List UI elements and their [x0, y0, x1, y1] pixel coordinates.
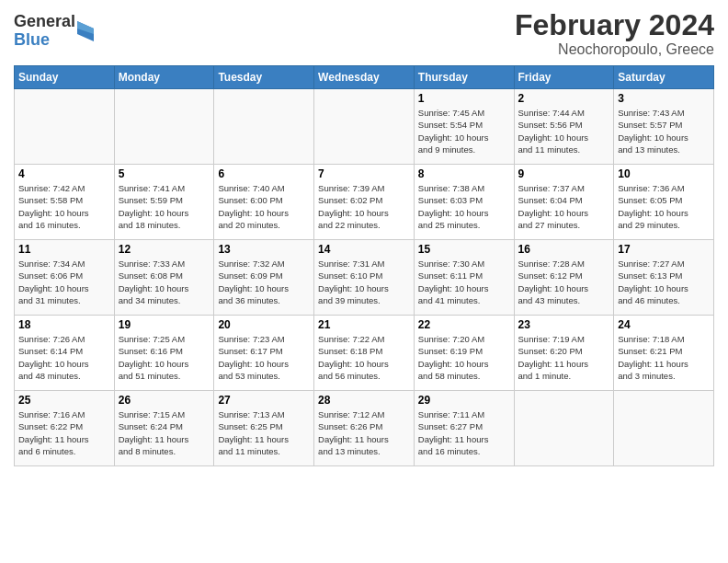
day-number: 1 — [418, 92, 510, 105]
week-row-1: 1Sunrise: 7:45 AM Sunset: 5:54 PM Daylig… — [15, 89, 714, 165]
day-number: 18 — [18, 318, 110, 331]
day-number: 19 — [119, 318, 210, 331]
day-number: 16 — [518, 243, 610, 256]
day-number: 5 — [119, 167, 210, 180]
day-cell — [314, 89, 415, 165]
day-info: Sunrise: 7:19 AM Sunset: 6:20 PM Dayligh… — [518, 333, 610, 382]
subtitle: Neochoropoulo, Greece — [515, 41, 714, 58]
day-number: 6 — [218, 167, 310, 180]
day-info: Sunrise: 7:42 AM Sunset: 5:58 PM Dayligh… — [18, 182, 110, 231]
day-cell: 12Sunrise: 7:33 AM Sunset: 6:08 PM Dayli… — [114, 240, 214, 316]
day-cell — [15, 89, 115, 165]
day-number: 24 — [618, 318, 710, 331]
day-info: Sunrise: 7:23 AM Sunset: 6:17 PM Dayligh… — [218, 333, 310, 382]
day-info: Sunrise: 7:25 AM Sunset: 6:16 PM Dayligh… — [119, 333, 210, 382]
day-info: Sunrise: 7:20 AM Sunset: 6:19 PM Dayligh… — [418, 333, 510, 382]
day-info: Sunrise: 7:13 AM Sunset: 6:25 PM Dayligh… — [218, 408, 310, 457]
day-number: 3 — [618, 92, 710, 105]
header-row: SundayMondayTuesdayWednesdayThursdayFrid… — [15, 66, 714, 89]
day-cell: 28Sunrise: 7:12 AM Sunset: 6:26 PM Dayli… — [314, 391, 415, 466]
day-cell: 2Sunrise: 7:44 AM Sunset: 5:56 PM Daylig… — [514, 89, 614, 165]
day-info: Sunrise: 7:38 AM Sunset: 6:03 PM Dayligh… — [418, 182, 510, 231]
col-header-sunday: Sunday — [15, 66, 115, 89]
day-number: 28 — [318, 394, 410, 407]
day-info: Sunrise: 7:41 AM Sunset: 5:59 PM Dayligh… — [119, 182, 210, 231]
day-cell: 21Sunrise: 7:22 AM Sunset: 6:18 PM Dayli… — [314, 316, 415, 391]
day-number: 17 — [618, 243, 710, 256]
day-number: 21 — [318, 318, 410, 331]
day-cell: 14Sunrise: 7:31 AM Sunset: 6:10 PM Dayli… — [314, 240, 415, 316]
day-number: 7 — [318, 167, 410, 180]
day-number: 12 — [119, 243, 210, 256]
day-info: Sunrise: 7:39 AM Sunset: 6:02 PM Dayligh… — [318, 182, 410, 231]
logo-icon — [77, 21, 94, 41]
day-info: Sunrise: 7:27 AM Sunset: 6:13 PM Dayligh… — [618, 258, 710, 306]
day-number: 15 — [418, 243, 510, 256]
day-info: Sunrise: 7:33 AM Sunset: 6:08 PM Dayligh… — [119, 258, 210, 306]
col-header-saturday: Saturday — [614, 66, 714, 89]
day-cell: 18Sunrise: 7:26 AM Sunset: 6:14 PM Dayli… — [15, 316, 115, 391]
day-info: Sunrise: 7:32 AM Sunset: 6:09 PM Dayligh… — [218, 258, 310, 306]
logo-general: General — [14, 13, 75, 31]
col-header-friday: Friday — [514, 66, 614, 89]
day-info: Sunrise: 7:34 AM Sunset: 6:06 PM Dayligh… — [18, 258, 110, 306]
day-number: 14 — [318, 243, 410, 256]
day-info: Sunrise: 7:16 AM Sunset: 6:22 PM Dayligh… — [18, 408, 110, 457]
day-cell: 13Sunrise: 7:32 AM Sunset: 6:09 PM Dayli… — [214, 240, 314, 316]
day-cell: 10Sunrise: 7:36 AM Sunset: 6:05 PM Dayli… — [614, 165, 714, 240]
day-number: 11 — [18, 243, 110, 256]
day-info: Sunrise: 7:31 AM Sunset: 6:10 PM Dayligh… — [318, 258, 410, 306]
col-header-thursday: Thursday — [414, 66, 514, 89]
day-number: 20 — [218, 318, 310, 331]
day-number: 23 — [518, 318, 610, 331]
day-number: 13 — [218, 243, 310, 256]
day-info: Sunrise: 7:12 AM Sunset: 6:26 PM Dayligh… — [318, 408, 410, 457]
day-cell: 3Sunrise: 7:43 AM Sunset: 5:57 PM Daylig… — [614, 89, 714, 165]
calendar-page: General Blue February 2024 Neochoropoulo… — [0, 0, 728, 563]
day-cell: 16Sunrise: 7:28 AM Sunset: 6:12 PM Dayli… — [514, 240, 614, 316]
day-number: 25 — [18, 394, 110, 407]
day-number: 9 — [518, 167, 610, 180]
day-info: Sunrise: 7:11 AM Sunset: 6:27 PM Dayligh… — [418, 408, 510, 457]
day-info: Sunrise: 7:28 AM Sunset: 6:12 PM Dayligh… — [518, 258, 610, 306]
week-row-3: 11Sunrise: 7:34 AM Sunset: 6:06 PM Dayli… — [15, 240, 714, 316]
main-title: February 2024 — [515, 9, 714, 41]
day-number: 26 — [119, 394, 210, 407]
logo-blue: Blue — [14, 31, 75, 50]
day-cell: 23Sunrise: 7:19 AM Sunset: 6:20 PM Dayli… — [514, 316, 614, 391]
day-number: 27 — [218, 394, 310, 407]
week-row-5: 25Sunrise: 7:16 AM Sunset: 6:22 PM Dayli… — [15, 391, 714, 466]
day-cell: 27Sunrise: 7:13 AM Sunset: 6:25 PM Dayli… — [214, 391, 314, 466]
col-header-wednesday: Wednesday — [314, 66, 415, 89]
day-info: Sunrise: 7:18 AM Sunset: 6:21 PM Dayligh… — [618, 333, 710, 382]
day-cell: 26Sunrise: 7:15 AM Sunset: 6:24 PM Dayli… — [114, 391, 214, 466]
day-cell: 15Sunrise: 7:30 AM Sunset: 6:11 PM Dayli… — [414, 240, 514, 316]
day-cell: 11Sunrise: 7:34 AM Sunset: 6:06 PM Dayli… — [15, 240, 115, 316]
header: General Blue February 2024 Neochoropoulo… — [14, 9, 714, 58]
day-info: Sunrise: 7:36 AM Sunset: 6:05 PM Dayligh… — [618, 182, 710, 231]
day-number: 10 — [618, 167, 710, 180]
day-cell — [114, 89, 214, 165]
week-row-4: 18Sunrise: 7:26 AM Sunset: 6:14 PM Dayli… — [15, 316, 714, 391]
day-cell: 8Sunrise: 7:38 AM Sunset: 6:03 PM Daylig… — [414, 165, 514, 240]
day-cell: 4Sunrise: 7:42 AM Sunset: 5:58 PM Daylig… — [15, 165, 115, 240]
day-info: Sunrise: 7:43 AM Sunset: 5:57 PM Dayligh… — [618, 107, 710, 155]
day-cell: 24Sunrise: 7:18 AM Sunset: 6:21 PM Dayli… — [614, 316, 714, 391]
day-cell: 20Sunrise: 7:23 AM Sunset: 6:17 PM Dayli… — [214, 316, 314, 391]
col-header-tuesday: Tuesday — [214, 66, 314, 89]
day-cell: 29Sunrise: 7:11 AM Sunset: 6:27 PM Dayli… — [414, 391, 514, 466]
week-row-2: 4Sunrise: 7:42 AM Sunset: 5:58 PM Daylig… — [15, 165, 714, 240]
day-cell: 6Sunrise: 7:40 AM Sunset: 6:00 PM Daylig… — [214, 165, 314, 240]
day-info: Sunrise: 7:22 AM Sunset: 6:18 PM Dayligh… — [318, 333, 410, 382]
day-cell — [614, 391, 714, 466]
day-cell: 19Sunrise: 7:25 AM Sunset: 6:16 PM Dayli… — [114, 316, 214, 391]
day-cell — [514, 391, 614, 466]
day-info: Sunrise: 7:15 AM Sunset: 6:24 PM Dayligh… — [119, 408, 210, 457]
day-cell: 7Sunrise: 7:39 AM Sunset: 6:02 PM Daylig… — [314, 165, 415, 240]
day-info: Sunrise: 7:40 AM Sunset: 6:00 PM Dayligh… — [218, 182, 310, 231]
day-cell: 5Sunrise: 7:41 AM Sunset: 5:59 PM Daylig… — [114, 165, 214, 240]
day-number: 4 — [18, 167, 110, 180]
day-cell: 17Sunrise: 7:27 AM Sunset: 6:13 PM Dayli… — [614, 240, 714, 316]
day-cell: 22Sunrise: 7:20 AM Sunset: 6:19 PM Dayli… — [414, 316, 514, 391]
calendar-table: SundayMondayTuesdayWednesdayThursdayFrid… — [14, 65, 714, 466]
